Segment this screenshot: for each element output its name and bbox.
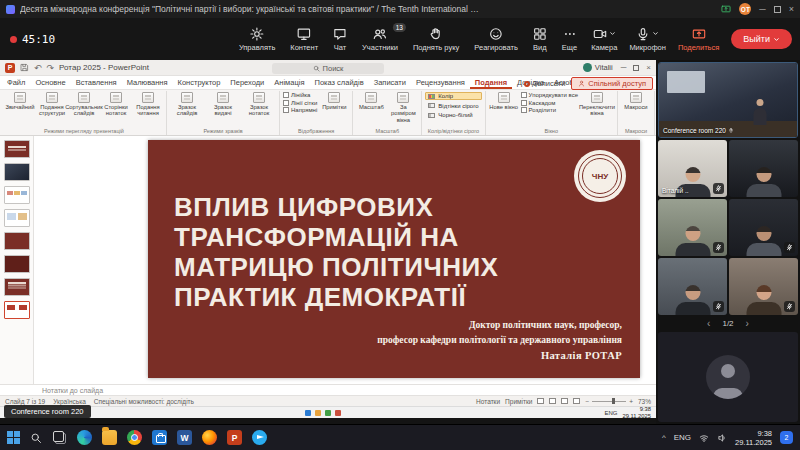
notes-ribbon-button[interactable]: Примітки [319, 92, 349, 110]
search-input[interactable]: Поиск [272, 63, 384, 74]
ribbon-tab[interactable]: Переходи [225, 76, 269, 89]
taskbar-app-icon[interactable] [152, 430, 167, 445]
ribbon-tab[interactable]: Анімація [269, 76, 309, 89]
slide-thumbnail[interactable] [4, 301, 30, 319]
window-option[interactable]: Упорядкувати все [521, 92, 578, 98]
chat-button[interactable]: Чат [333, 27, 347, 52]
slide-sorter-icon[interactable] [549, 398, 556, 404]
participant-video-tile[interactable] [729, 258, 798, 315]
slide-thumbnail[interactable] [4, 163, 30, 181]
taskbar-app-icon[interactable]: W [177, 430, 192, 445]
taskbar-app-icon[interactable] [127, 430, 142, 445]
ribbon-button[interactable]: Масштаб [356, 92, 386, 110]
reading-view-icon[interactable] [561, 398, 568, 404]
ribbon-button[interactable]: Зразок слайдів [170, 92, 204, 117]
ppt-minimize-icon[interactable]: ─ [621, 63, 627, 72]
microphone-button[interactable]: Микрофон [629, 27, 666, 52]
taskbar-search-button[interactable] [30, 432, 42, 444]
ribbon-tab[interactable]: Рецензування [411, 76, 470, 89]
normal-view-icon[interactable] [537, 398, 544, 404]
ribbon-button[interactable]: Сторінки нотаток [101, 92, 131, 117]
slide[interactable]: ЧНУ ВПЛИВ ЦИФРОВИХТРАНСФОРМАЦІЙ НАМАТРИЦ… [148, 140, 640, 378]
taskbar-clock[interactable]: 9:38 29.11.2025 [735, 429, 772, 447]
camera-button[interactable]: Камера [591, 27, 617, 52]
account-avatar-badge[interactable]: ОТ [739, 3, 751, 15]
taskbar-app-icon[interactable] [252, 430, 267, 445]
window-option[interactable]: Розділити [521, 107, 578, 113]
ribbon-button[interactable]: Подання читання [133, 92, 163, 117]
record-button[interactable]: Записати [524, 79, 565, 88]
ribbon-tab[interactable]: Конструктор [173, 76, 226, 89]
color-mode-option[interactable]: Відтінки сірого [425, 102, 481, 110]
redo-icon[interactable]: ↷ [47, 63, 55, 73]
leave-call-button[interactable]: Выйти [731, 29, 792, 49]
notes-toggle[interactable]: Нотатки [476, 398, 500, 405]
slide-thumbnail[interactable] [4, 140, 30, 158]
participant-video-tile[interactable]: Віталій .. [658, 140, 727, 197]
zoom-out-icon[interactable]: − [585, 398, 589, 405]
language-indicator[interactable]: ENG [674, 433, 691, 442]
participant-video-tile[interactable] [658, 258, 727, 315]
ribbon-button[interactable]: Подання структури [37, 92, 67, 117]
more-button[interactable]: Еще [562, 27, 577, 52]
raise-hand-button[interactable]: Поднять руку [413, 27, 459, 52]
notification-badge[interactable]: 2 [780, 431, 793, 444]
macros-button[interactable]: Макроси [621, 92, 651, 110]
tray-expand-icon[interactable]: ^ [662, 433, 666, 442]
comments-toggle[interactable]: Примітки [505, 398, 532, 405]
notes-pane[interactable]: Нотатки до слайда [0, 384, 656, 395]
minimize-icon[interactable]: ─ [759, 5, 765, 14]
color-mode-option[interactable]: Колір [425, 92, 481, 100]
content-button[interactable]: Контент [290, 27, 318, 52]
taskbar-app-icon[interactable] [202, 430, 217, 445]
start-button[interactable] [7, 431, 20, 444]
prev-page-icon[interactable]: ‹ [707, 319, 710, 329]
show-option-checkbox[interactable]: Напрямні [283, 107, 317, 113]
ppt-maximize-icon[interactable] [633, 65, 639, 71]
zoom-slider[interactable] [592, 401, 626, 402]
taskbar-app-icon[interactable] [52, 430, 67, 445]
show-option-checkbox[interactable]: Лінії сітки [283, 100, 317, 106]
ribbon-tab[interactable]: Показ слайдів [309, 76, 368, 89]
participant-video-tile-main[interactable]: Conference room 220 [658, 62, 798, 138]
slide-thumbnail[interactable] [4, 255, 30, 273]
new-window-button[interactable]: Нове вікно [489, 92, 519, 110]
slide-thumbnail[interactable] [4, 186, 30, 204]
taskbar-app-icon[interactable] [102, 430, 117, 445]
slide-thumbnail[interactable] [4, 278, 30, 296]
window-option[interactable]: Каскадом [521, 100, 578, 106]
ppt-share-button[interactable]: Спільний доступ [571, 77, 653, 90]
manage-button[interactable]: Управлять [239, 27, 275, 52]
wifi-icon[interactable] [699, 433, 709, 443]
zoom-percent[interactable]: 73% [638, 398, 651, 405]
ribbon-button[interactable]: Зразок нотаток [242, 92, 276, 117]
share-screen-button[interactable]: Поделиться [678, 27, 719, 52]
close-icon[interactable]: × [789, 5, 794, 14]
participants-button[interactable]: 13 Участники [362, 27, 398, 52]
taskbar-app-icon[interactable] [77, 430, 92, 445]
ribbon-tab[interactable]: Файл [2, 76, 30, 89]
ribbon-tab[interactable]: Записати [369, 76, 411, 89]
color-mode-option[interactable]: Чорно-білий [425, 111, 481, 119]
react-button[interactable]: Реагировать [474, 27, 518, 52]
maximize-icon[interactable] [774, 6, 781, 13]
ribbon-button[interactable]: Зразок видачі [206, 92, 240, 117]
zoom-in-icon[interactable]: + [629, 398, 633, 405]
taskbar-app-icon[interactable]: P [227, 430, 242, 445]
participant-video-tile-empty[interactable] [658, 332, 798, 422]
ribbon-tab[interactable]: Вставлення [71, 76, 122, 89]
ribbon-tab[interactable]: Основне [30, 76, 70, 89]
ribbon-tab[interactable]: Малювання [122, 76, 173, 89]
show-option-checkbox[interactable]: Лінійка [283, 92, 317, 98]
account-chip[interactable]: Vitalii [583, 63, 613, 72]
save-icon[interactable] [20, 63, 29, 72]
undo-icon[interactable]: ↶ [34, 63, 42, 73]
language-indicator[interactable]: Українська [53, 398, 86, 405]
next-page-icon[interactable]: › [746, 319, 749, 329]
accessibility-status[interactable]: Спеціальні можливості: дослідіть [94, 398, 194, 405]
ribbon-tab[interactable]: Подання [470, 76, 512, 89]
slide-thumbnail[interactable] [4, 232, 30, 250]
ribbon-button[interactable]: Звичайний [5, 92, 35, 110]
slide-thumbnail[interactable] [4, 209, 30, 227]
ribbon-button[interactable]: Сортувальник слайдів [69, 92, 99, 117]
